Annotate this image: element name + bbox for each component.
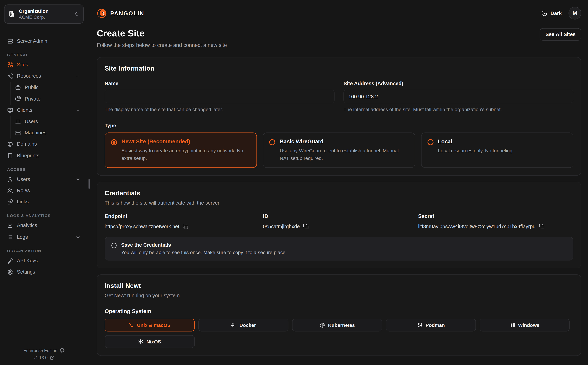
globe-icon: [7, 141, 13, 147]
type-option-title: Local: [438, 139, 514, 145]
save-credentials-notice: Save the Credentials You will only be ab…: [105, 237, 573, 260]
type-option-local[interactable]: Local Local resources only. No tunneling…: [421, 133, 573, 168]
os-option-windows[interactable]: Windows: [480, 319, 570, 331]
copy-secret-button[interactable]: [539, 224, 545, 229]
brand: PANGOLIN: [97, 8, 144, 18]
sites-icon: [7, 62, 13, 68]
sidebar-item-roles[interactable]: Roles: [4, 185, 84, 197]
site-name-input[interactable]: [105, 90, 335, 103]
id-value: 0s5catmjlrghxde: [263, 224, 300, 229]
sidebar-item-label: Links: [17, 199, 29, 205]
copy-id-button[interactable]: [303, 224, 309, 229]
name-help: The display name of the site that can be…: [105, 107, 335, 112]
os-option-label: NixOS: [146, 339, 161, 344]
os-option-label: Windows: [518, 322, 540, 328]
type-option-newt[interactable]: Newt Site (Recommended) Easiest way to c…: [105, 133, 257, 168]
site-address-input[interactable]: [343, 90, 573, 103]
os-option-docker[interactable]: Docker: [198, 319, 288, 331]
os-option-kubernetes[interactable]: Kubernetes: [292, 319, 382, 331]
install-newt-subtitle: Get Newt running on your system: [105, 293, 573, 298]
endpoint-label: Endpoint: [105, 213, 263, 219]
edition-label: Enterprise Edition: [23, 348, 57, 353]
radio-selected-icon: [111, 139, 117, 145]
os-option-podman[interactable]: Podman: [386, 319, 476, 331]
secret-value: lltf8m9avi0psww4it3vojtw8z2ciyw1ud7sb1hx…: [418, 224, 535, 229]
sidebar-item-label: Blueprints: [17, 153, 40, 159]
key-icon: [7, 258, 13, 264]
sidebar-section-logs-analytics: LOGS & ANALYTICS: [7, 213, 81, 218]
sidebar-item-server-admin[interactable]: Server Admin: [4, 35, 84, 47]
sidebar-item-sites[interactable]: Sites: [4, 59, 84, 71]
notice-texts: Save the Credentials You will only be ab…: [121, 242, 287, 255]
gear-icon: [7, 269, 13, 275]
credentials-card: Credentials This is how the site will au…: [97, 182, 581, 268]
org-selector-label: Organization: [19, 8, 48, 14]
topbar: PANGOLIN Dark M: [97, 6, 581, 21]
org-selector[interactable]: Organization ACME Corp.: [4, 5, 84, 24]
sidebar-item-client-users[interactable]: Users: [12, 116, 84, 127]
type-option-texts: Local Local resources only. No tunneling…: [438, 139, 514, 154]
os-option-label: Docker: [239, 322, 256, 328]
os-option-unix-macos[interactable]: Unix & macOS: [105, 319, 195, 331]
sidebar-item-links[interactable]: Links: [4, 196, 84, 208]
sidebar-item-settings[interactable]: Settings: [4, 267, 84, 278]
kubernetes-icon: [319, 322, 325, 328]
sidebar-section-general: GENERAL: [7, 53, 81, 57]
sidebar-item-label: Domains: [17, 141, 37, 147]
os-option-nixos[interactable]: NixOS: [105, 335, 195, 348]
address-field-group: Site Address (Advanced) The internal add…: [343, 81, 573, 112]
site-information-title: Site Information: [105, 65, 573, 72]
screen: Organization ACME Corp. Server Admin GEN…: [0, 0, 588, 365]
page-subtitle: Follow the steps below to create and con…: [97, 42, 227, 48]
see-all-sites-button[interactable]: See All Sites: [540, 28, 581, 41]
sidebar-item-resources[interactable]: Resources: [4, 71, 84, 82]
github-icon: [60, 348, 64, 353]
sidebar-item-label: Server Admin: [17, 38, 47, 44]
secret-group: Secret lltf8m9avi0psww4it3vojtw8z2ciyw1u…: [418, 213, 573, 229]
operating-system-label: Operating System: [105, 308, 573, 314]
sidebar-item-domains[interactable]: Domains: [4, 139, 84, 150]
sidebar-item-label: Logs: [17, 234, 28, 240]
topbar-right: Dark M: [541, 7, 581, 20]
page-header-texts: Create Site Follow the steps below to cr…: [97, 28, 227, 48]
sidebar-item-machines[interactable]: Machines: [12, 127, 84, 139]
edition-row[interactable]: Enterprise Edition: [4, 348, 84, 353]
credentials-title: Credentials: [105, 190, 573, 197]
users-icon: [7, 188, 13, 194]
credentials-grid: Endpoint https://proxy.schwartznetwork.n…: [105, 213, 573, 229]
sidebar-item-label: Clients: [17, 107, 32, 113]
org-selector-value: ACME Corp.: [19, 15, 70, 21]
sidebar-item-clients[interactable]: Clients: [4, 105, 84, 116]
endpoint-row: https://proxy.schwartznetwork.net: [105, 224, 263, 229]
radio-icon: [428, 139, 434, 145]
external-link-icon: [50, 356, 54, 360]
page-title: Create Site: [97, 28, 227, 39]
sidebar-item-logs[interactable]: Logs: [4, 232, 84, 243]
chevron-down-icon: [75, 234, 81, 240]
sidebar-item-label: Users: [25, 119, 38, 125]
sidebar-item-private[interactable]: Private: [12, 93, 84, 105]
server-stack-icon: [15, 130, 21, 136]
sidebar-item-blueprints[interactable]: Blueprints: [4, 150, 84, 161]
sidebar-item-users[interactable]: Users: [4, 174, 84, 185]
terminal-icon: [129, 323, 134, 328]
sidebar-item-label: Analytics: [17, 223, 37, 229]
sidebar-item-public[interactable]: Public: [12, 82, 84, 93]
type-option-wireguard[interactable]: Basic WireGuard Use any WireGuard client…: [263, 133, 415, 168]
monitor-up-icon: [7, 107, 13, 113]
theme-toggle[interactable]: Dark: [541, 10, 562, 16]
name-field-group: Name The display name of the site that c…: [105, 81, 335, 112]
id-group: ID 0s5catmjlrghxde: [263, 213, 418, 229]
logs-icon: [7, 234, 13, 240]
type-option-title: Basic WireGuard: [280, 139, 409, 145]
sidebar-item-api-keys[interactable]: API Keys: [4, 255, 84, 267]
podman-icon: [417, 322, 423, 328]
user-icon: [7, 176, 13, 182]
receipt-icon: [7, 153, 13, 159]
chevron-up-icon: [75, 74, 81, 79]
os-option-label: Unix & macOS: [137, 322, 171, 328]
sidebar-item-analytics[interactable]: Analytics: [4, 220, 84, 232]
version-row[interactable]: v1.13.0: [4, 356, 84, 360]
copy-endpoint-button[interactable]: [183, 224, 188, 229]
avatar[interactable]: M: [568, 7, 581, 20]
